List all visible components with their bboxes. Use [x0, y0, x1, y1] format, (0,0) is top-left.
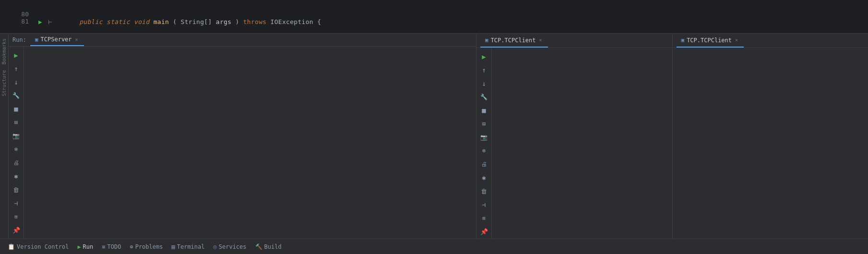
todo-icon: ≡ — [102, 243, 105, 250]
services-tab[interactable]: ◎ Services — [210, 242, 250, 252]
todo-tab[interactable]: ≡ TODO — [98, 242, 125, 252]
freeze-button[interactable]: ❄ — [11, 144, 22, 155]
panels-area: Run: ▣ TCPServer × ▶ ↑ ↓ 🔧 ■ — [9, 34, 868, 239]
asterisk-button[interactable]: ✱ — [11, 170, 22, 182]
version-control-icon: 📋 — [8, 243, 15, 250]
tcp-tcpclient-tab1-label: TCP.TCPClient — [491, 37, 536, 44]
problems-icon: ⊕ — [130, 243, 133, 250]
tcp-tcpclient-tab2-label: TCP.TCPClient — [687, 37, 732, 44]
code-area: 80 81 ▶ ⊢ public static void main ( Stri… — [0, 0, 868, 34]
version-control-tab[interactable]: 📋 Version Control — [4, 242, 72, 252]
right-split-panels: ▣ TCP.TCPClient × ▶ ↑ ↓ 🔧 ■ — [476, 34, 868, 239]
tcpserver-tab-close[interactable]: × — [74, 36, 79, 43]
build-tab[interactable]: 🔨 Build — [251, 242, 285, 252]
wrench-button[interactable]: 🔧 — [11, 90, 22, 101]
tcpserver-tab[interactable]: ▣ TCPServer × — [30, 34, 84, 46]
version-control-label: Version Control — [17, 243, 69, 250]
run-tab[interactable]: ▶ Run — [73, 242, 97, 252]
run-button[interactable]: ▶ — [11, 49, 22, 61]
bottom-bar: 📋 Version Control ▶ Run ≡ TODO ⊕ Problem… — [0, 239, 868, 254]
scroll-down-button[interactable]: ↓ — [11, 76, 22, 88]
kw-throws: throws — [243, 18, 267, 25]
param-string-array: String[] — [181, 18, 212, 25]
kw-static: static — [107, 18, 130, 25]
print-r1[interactable]: 🖨 — [478, 158, 490, 170]
terminal-tab[interactable]: ▤ Terminal — [167, 242, 208, 252]
tcp-tcpclient-tab1-close[interactable]: × — [538, 37, 543, 43]
tcp-tcpclient-tab2-close[interactable]: × — [734, 37, 739, 43]
right-panel-1-content — [492, 48, 672, 239]
tab-run-icon: ▣ — [35, 36, 38, 43]
problems-tab[interactable]: ⊕ Problems — [126, 242, 166, 252]
left-run-panel: Run: ▣ TCPServer × ▶ ↑ ↓ 🔧 ■ — [9, 34, 476, 239]
kw-public: public — [79, 18, 103, 25]
wrench-r1[interactable]: 🔧 — [478, 91, 490, 103]
close-paren: ) — [235, 18, 239, 25]
restore-layout-button[interactable]: ⊞ — [11, 117, 22, 128]
breakpoint-gutter-icon: ⊢ — [48, 18, 52, 25]
right-toolbar-1: ▶ ↑ ↓ 🔧 ■ ⊞ 📷 ❄ 🖨 ✱ 🗑 — [476, 48, 492, 239]
tab-run-icon-r1: ▣ — [485, 37, 488, 43]
services-icon: ◎ — [214, 243, 217, 250]
tab-run-icon-r2: ▣ — [681, 37, 685, 43]
bookmarks-side-tab[interactable]: Bookmarks — [1, 36, 7, 67]
layout2-button[interactable]: ⊞ — [11, 211, 22, 222]
line-numbers: 80 81 — [5, 9, 34, 25]
code-line-empty — [34, 8, 321, 15]
camera-button[interactable]: 📷 — [11, 130, 22, 142]
run-tab-icon: ▶ — [77, 243, 81, 250]
pin-r1[interactable]: 📌 — [478, 226, 490, 237]
todo-label: TODO — [107, 243, 121, 250]
right-panel-2: ▣ TCP.TCPClient × — [672, 34, 868, 239]
close-active-button[interactable]: ⊣ — [11, 197, 22, 209]
right-panel-2-body — [673, 48, 868, 239]
exception-type: IOException — [271, 18, 313, 25]
right-panel-1-body: ▶ ↑ ↓ 🔧 ■ ⊞ 📷 ❄ 🖨 ✱ 🗑 — [476, 48, 672, 239]
tcp-tcpclient-tab-1[interactable]: ▣ TCP.TCPClient × — [480, 34, 548, 48]
main-container: Bookmarks Structure Run: ▣ TCPServer × — [0, 34, 868, 254]
stop-r1[interactable]: ■ — [478, 105, 490, 116]
right-panel-2-content — [673, 48, 868, 239]
delete-r1[interactable]: 🗑 — [478, 185, 490, 197]
scroll-up-button[interactable]: ↑ — [11, 63, 22, 74]
run-label: Run: — [12, 36, 26, 43]
problems-label: Problems — [135, 243, 163, 250]
tcp-tcpclient-tab-2[interactable]: ▣ TCP.TCPClient × — [677, 34, 744, 48]
right-split-wrapper: ▣ TCP.TCPClient × ▶ ↑ ↓ 🔧 ■ — [476, 34, 868, 239]
structure-side-tab[interactable]: Structure — [1, 67, 7, 99]
left-toolbar: ▶ ↑ ↓ 🔧 ■ ⊞ 📷 ❄ 🖨 ✱ 🗑 ⊣ ⊞ 📌 — [9, 47, 24, 239]
kw-void: void — [134, 18, 150, 25]
scroll-up-r1[interactable]: ↑ — [478, 64, 490, 76]
left-panel-body: ▶ ↑ ↓ 🔧 ■ ⊞ 📷 ❄ 🖨 ✱ 🗑 ⊣ ⊞ 📌 — [9, 47, 476, 239]
restore-r1[interactable]: ⊞ — [478, 118, 490, 130]
open-brace: { — [317, 18, 321, 25]
build-icon: 🔨 — [255, 243, 262, 250]
tcpserver-tab-label: TCPServer — [41, 36, 72, 43]
run-marker-icon[interactable]: ▶ — [38, 18, 42, 25]
freeze-r1[interactable]: ❄ — [478, 145, 490, 157]
camera-r1[interactable]: 📷 — [478, 132, 490, 143]
code-line-81: ▶ ⊢ public static void main ( String[] a… — [34, 18, 321, 25]
right-panel-1: ▣ TCP.TCPClient × ▶ ↑ ↓ 🔧 ■ — [476, 34, 672, 239]
build-label: Build — [264, 243, 282, 250]
layout2-r1[interactable]: ⊞ — [478, 212, 490, 224]
right-tab-bar-2: ▣ TCP.TCPClient × — [673, 34, 868, 48]
close-active-r1[interactable]: ⊣ — [478, 199, 490, 210]
method-name: main — [154, 18, 169, 25]
left-tab-bar: Run: ▣ TCPServer × — [9, 34, 476, 47]
run-button-r1[interactable]: ▶ — [478, 51, 490, 62]
delete-button[interactable]: 🗑 — [11, 184, 22, 195]
print-button[interactable]: 🖨 — [11, 157, 22, 169]
line-number-80: 80 — [21, 11, 29, 18]
right-tab-bar-1: ▣ TCP.TCPClient × — [476, 34, 672, 48]
terminal-label: Terminal — [177, 243, 205, 250]
left-panel-content — [24, 47, 476, 239]
asterisk-r1[interactable]: ✱ — [478, 172, 490, 183]
pin-button[interactable]: 📌 — [11, 224, 22, 236]
terminal-icon: ▤ — [171, 243, 175, 250]
services-label: Services — [219, 243, 247, 250]
scroll-down-r1[interactable]: ↓ — [478, 78, 490, 89]
line-number-81: 81 — [21, 18, 29, 25]
stop-button[interactable]: ■ — [11, 103, 22, 115]
run-tab-label: Run — [83, 243, 94, 250]
